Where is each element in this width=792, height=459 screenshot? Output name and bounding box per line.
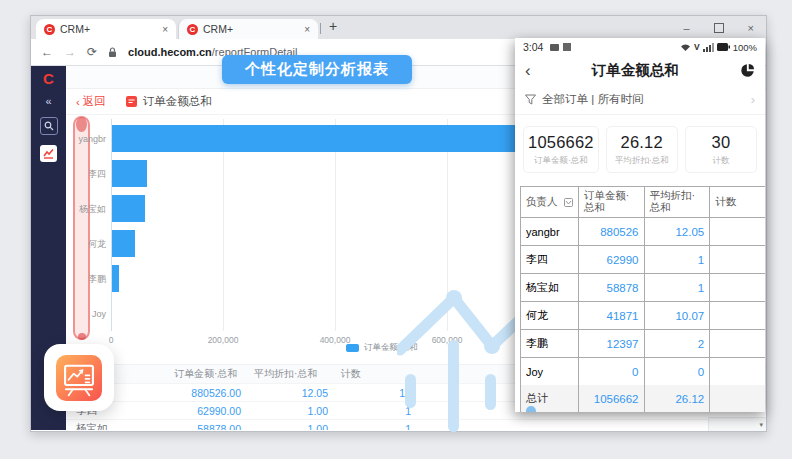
crm-favicon: C [44,24,55,35]
tab-close-icon[interactable]: × [162,24,168,35]
phone-nav-bar: ‹ 订单金额总和 [515,56,765,85]
scroll-indicator-dot [526,406,536,412]
cell-discount: 12.05 [241,387,328,399]
cell-count: 14 [328,387,411,399]
tab-close-icon[interactable]: × [304,24,310,35]
cell-name: Joy [521,358,579,385]
cell-discount: 1 [645,246,711,273]
cell-amount: 880526 [579,218,645,245]
chart-bar[interactable] [112,160,147,187]
phone-table-row[interactable]: Joy 0 0 [521,358,765,385]
cell-amount: 880526.00 [161,387,241,399]
back-label: 返回 [83,94,106,109]
back-link[interactable]: ‹ 返回 [76,94,106,109]
phone-table-row[interactable]: 何龙 41871 10.07 [521,302,765,330]
stat-label: 计数 [690,155,752,167]
maximize-button[interactable] [714,23,724,33]
chart-bar[interactable] [112,195,145,222]
column-header-owner: 负责人 [526,196,558,208]
filter-text: 全部订单 | 所有时间 [542,92,643,107]
stat-value: 26.12 [611,133,673,152]
volte-icon: V [694,42,700,52]
battery-percent: 100% [733,42,757,53]
chart-category-label: Joy [66,309,106,319]
x-axis-tick-label: 0 [109,335,114,345]
minimize-button[interactable]: – [683,22,689,34]
tab-strip: C CRM+ × C CRM+ × + – × [31,16,766,39]
cell-amount: 12397 [579,330,645,357]
stat-card: 1056662 订单金额·总和 [523,126,599,173]
cell-discount: 1 [645,274,711,301]
cell-amount: 58878 [579,274,645,301]
legend-swatch [346,344,359,352]
cell-amount: 62990.00 [161,405,241,417]
phone-table-row[interactable]: 李四 62990 1 [521,246,765,274]
cell-discount: 12.05 [645,218,711,245]
cell-discount: 2 [645,330,711,357]
signal-icon [703,43,714,52]
cell-count [710,302,765,329]
status-time: 3:04 [523,41,543,53]
phone-table-row[interactable]: yangbr 880526 12.05 [521,218,765,246]
presentation-chart-icon [56,355,102,401]
column-header-amount: 订单金额·总和 [579,187,645,217]
x-axis-tick-label: 200,000 [208,335,239,345]
cell-discount: 10.07 [645,302,711,329]
screenshot-icon [550,44,559,51]
cell-count: 1 [328,423,411,431]
total-discount: 26.12 [645,385,711,412]
column-filter-icon[interactable] [564,198,573,207]
report-app-card[interactable] [44,344,114,411]
table-row[interactable]: 杨宝如 58878.00 1.00 1 [66,420,766,430]
cell-count [710,330,765,357]
scroll-down-icon[interactable]: ▾ [759,421,763,429]
phone-table-total-row: 总计 1056662 26.12 [521,385,765,412]
stat-card: 26.12 平均折扣·总和 [606,126,678,173]
chevron-right-icon: › [751,92,755,107]
column-header-discount: 平均折扣·总和 [645,187,711,217]
battery-icon [717,43,730,51]
browser-tab-1[interactable]: C CRM+ × [36,19,176,39]
cell-name: 李鹏 [521,330,579,357]
back-nav-icon[interactable]: ← [41,45,53,59]
cell-amount: 41871 [579,302,645,329]
cell-name: 杨宝如 [66,422,161,431]
tab-label: CRM+ [203,23,233,35]
scrollbar-corner[interactable]: ▾ [708,417,766,431]
phone-table-row[interactable]: 杨宝如 58878 1 [521,274,765,302]
cell-name: 何龙 [521,302,579,329]
browser-tab-2[interactable]: C CRM+ × [178,19,318,39]
cell-count [710,274,765,301]
cell-discount: 1.00 [241,423,328,431]
close-button[interactable]: × [748,22,754,34]
tab-divider [320,23,321,34]
back-chevron-icon: ‹ [76,96,80,108]
pie-chart-icon[interactable] [740,63,755,78]
search-icon[interactable] [40,117,58,135]
phone-table-row[interactable]: 李鹏 12397 2 [521,330,765,358]
reload-icon[interactable]: ⟳ [87,45,97,59]
cell-discount: 0 [645,358,711,385]
new-tab-button[interactable]: + [329,18,337,34]
cell-count: 1 [328,405,411,417]
phone-table-header: 负责人 订单金额·总和 平均折扣·总和 计数 [521,187,765,218]
chart-legend: 订单金额·总和 [346,342,418,354]
total-amount: 1056662 [579,385,645,412]
cell-amount: 62990 [579,246,645,273]
forward-nav-icon[interactable]: → [64,45,76,59]
app-notification-icon [563,43,571,51]
cell-count [710,358,765,385]
chart-bar[interactable] [112,230,135,257]
report-icon [126,96,137,107]
phone-filter-row[interactable]: 全部订单 | 所有时间 › [515,85,765,115]
chart-category-label: 何龙 [66,237,106,250]
collapse-sidebar-icon[interactable]: « [45,96,51,107]
sidebar-item-report-active[interactable] [40,145,57,162]
stat-label: 订单金额·总和 [528,155,594,167]
cell-count [710,218,765,245]
total-count [710,385,765,412]
stat-value: 30 [690,133,752,152]
chart-bar[interactable] [112,265,119,292]
url-host: cloud.hecom.cn [128,46,212,58]
report-title: 订单金额总和 [143,94,212,109]
